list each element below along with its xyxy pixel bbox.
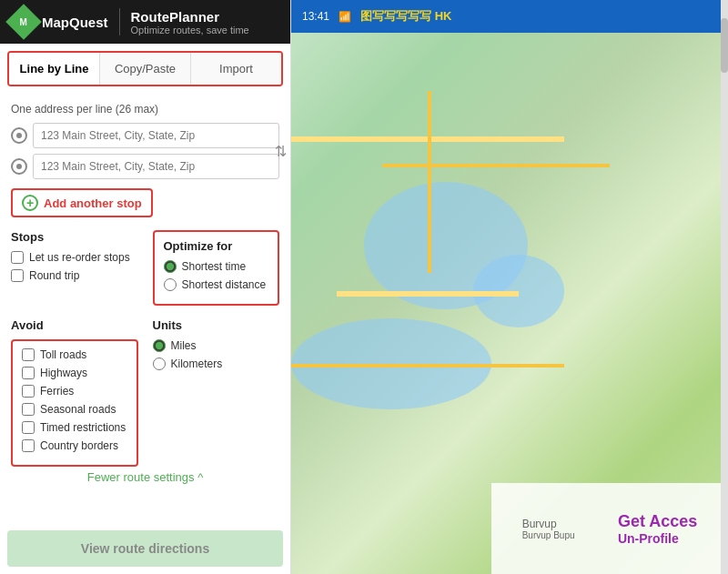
road-5 — [291, 364, 564, 368]
address-row-1 — [11, 123, 279, 148]
toll-roads-checkbox[interactable] — [22, 348, 35, 361]
seasonal-roads-checkbox[interactable] — [22, 403, 35, 416]
avoid-col: Avoid Toll roads Highways Ferries — [11, 318, 138, 467]
miles-row: Miles — [153, 339, 280, 352]
road-4 — [337, 291, 519, 297]
overlay-text-1b: Burvup Bupu — [522, 530, 575, 540]
app-tagline: Optimize routes, save time — [131, 25, 249, 35]
shortest-distance-row: Shortest distance — [164, 278, 269, 291]
address-inputs: ⇅ — [11, 123, 279, 179]
app-header: M MapQuest RoutePlanner Optimize routes,… — [0, 0, 290, 44]
logo-area: M MapQuest — [11, 9, 108, 35]
map-top-banner: 13:41 📶 图写写写写写 HK — [291, 0, 728, 33]
ferries-checkbox[interactable] — [22, 385, 35, 398]
round-trip-row: Round trip — [11, 269, 138, 282]
country-borders-label: Country borders — [40, 439, 118, 452]
panel-content: One address per line (26 max) ⇅ + Add an… — [0, 94, 290, 530]
ferries-row: Ferries — [22, 385, 127, 398]
optimize-col: Optimize for Shortest time Shortest dist… — [153, 230, 280, 306]
shortest-distance-radio[interactable] — [164, 278, 177, 291]
logo-name: MapQuest — [42, 15, 108, 30]
kilometers-radio[interactable] — [153, 357, 166, 370]
overlay-left: Burvup Burvup Bupu — [522, 518, 575, 540]
location-dot-1 — [16, 133, 22, 138]
seasonal-roads-row: Seasonal roads — [22, 403, 127, 416]
header-divider — [119, 8, 120, 35]
optimize-title: Optimize for — [164, 239, 269, 253]
map-background: 13:41 📶 图写写写写写 HK Burvup Burvup Bupu Get… — [291, 0, 728, 574]
overlay-text-2: Get Acces — [618, 512, 697, 531]
overlay-text-1: Burvup — [522, 518, 575, 530]
toll-roads-label: Toll roads — [40, 348, 86, 361]
left-panel: M MapQuest RoutePlanner Optimize routes,… — [0, 0, 291, 574]
view-directions-button[interactable]: View route directions — [7, 530, 283, 567]
units-col: Units Miles Kilometers — [153, 318, 280, 467]
address-label: One address per line (26 max) — [11, 103, 279, 116]
plus-icon: + — [22, 195, 38, 211]
address-input-1[interactable] — [33, 123, 279, 148]
location-icon-2 — [11, 158, 27, 175]
logo-diamond: M — [5, 4, 42, 40]
map-scrollbar — [721, 0, 728, 574]
ferries-label: Ferries — [40, 385, 74, 398]
map-bottom-overlay: Burvup Burvup Bupu Get Acces Un-Profile — [491, 483, 728, 574]
reorder-stops-row: Let us re-order stops — [11, 251, 138, 264]
avoid-units-grid: Avoid Toll roads Highways Ferries — [11, 318, 279, 467]
miles-label: Miles — [171, 339, 197, 352]
add-stop-label: Add another stop — [44, 196, 142, 210]
swap-icon[interactable]: ⇅ — [275, 143, 287, 160]
shortest-time-row: Shortest time — [164, 260, 269, 273]
tab-import[interactable]: Import — [191, 53, 281, 85]
road-2 — [382, 164, 610, 167]
avoid-title: Avoid — [11, 318, 138, 332]
optimize-box: Optimize for Shortest time Shortest dist… — [153, 230, 280, 306]
app-title-area: RoutePlanner Optimize routes, save time — [131, 9, 249, 35]
timed-restrictions-checkbox[interactable] — [22, 421, 35, 434]
overlay-text-2b: Un-Profile — [618, 531, 697, 546]
kilometers-row: Kilometers — [153, 357, 280, 370]
shortest-time-label: Shortest time — [182, 260, 247, 273]
miles-radio[interactable] — [153, 339, 166, 352]
location-icon-1 — [11, 127, 27, 144]
highways-label: Highways — [40, 367, 87, 379]
highways-row: Highways — [22, 367, 127, 379]
location-dot-2 — [16, 164, 22, 169]
timed-restrictions-label: Timed restrictions — [40, 421, 126, 434]
road-3 — [428, 91, 431, 273]
country-borders-row: Country borders — [22, 439, 127, 452]
round-trip-label: Round trip — [29, 269, 79, 282]
map-banner-text: 图写写写写写 HK — [360, 8, 451, 25]
seasonal-roads-label: Seasonal roads — [40, 403, 116, 416]
country-borders-checkbox[interactable] — [22, 439, 35, 452]
logo-icon: M — [20, 17, 27, 27]
kilometers-label: Kilometers — [171, 357, 223, 370]
stops-optimize-grid: Stops Let us re-order stops Round trip O… — [11, 230, 279, 306]
toll-roads-row: Toll roads — [22, 348, 127, 361]
stops-title: Stops — [11, 230, 138, 244]
reorder-stops-label: Let us re-order stops — [29, 251, 130, 264]
reorder-stops-checkbox[interactable] — [11, 251, 24, 264]
map-signal: 📶 — [339, 11, 351, 23]
round-trip-checkbox[interactable] — [11, 269, 24, 282]
fewer-settings-link[interactable]: Fewer route settings ^ — [11, 467, 279, 488]
shortest-time-radio[interactable] — [164, 260, 177, 273]
highways-checkbox[interactable] — [22, 367, 35, 379]
map-time: 13:41 — [302, 10, 329, 23]
map-scrollbar-thumb[interactable] — [721, 18, 728, 73]
stops-col: Stops Let us re-order stops Round trip — [11, 230, 138, 306]
tab-bar: Line by Line Copy/Paste Import — [7, 51, 283, 86]
avoid-box: Toll roads Highways Ferries Seasonal roa… — [11, 339, 138, 467]
app-title: RoutePlanner — [131, 9, 249, 25]
add-stop-button[interactable]: + Add another stop — [11, 188, 153, 217]
address-row-2 — [11, 154, 279, 179]
address-input-2[interactable] — [33, 154, 279, 179]
shortest-distance-label: Shortest distance — [182, 278, 267, 291]
timed-restrictions-row: Timed restrictions — [22, 421, 127, 434]
tab-copy-paste[interactable]: Copy/Paste — [100, 53, 191, 85]
units-title: Units — [153, 318, 280, 332]
tab-line-by-line[interactable]: Line by Line — [9, 53, 100, 85]
map-area: 13:41 📶 图写写写写写 HK Burvup Burvup Bupu Get… — [291, 0, 728, 574]
overlay-right: Get Acces Un-Profile — [618, 512, 697, 546]
